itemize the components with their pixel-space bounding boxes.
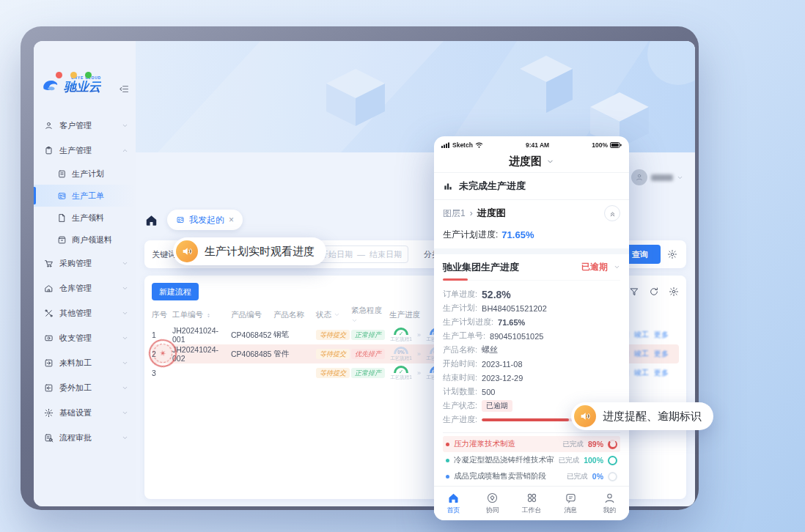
nav-workbench[interactable]: 工作台	[512, 487, 551, 520]
close-window-button[interactable]	[56, 72, 62, 78]
header-order-no[interactable]: 工单编号	[172, 310, 231, 320]
avatar	[631, 169, 647, 185]
chevron-down-icon	[122, 122, 128, 129]
nav-messages[interactable]: 消息	[551, 487, 590, 520]
refresh-icon[interactable]	[649, 287, 659, 297]
task-row[interactable]: 压力灌浆技术制造 已完成 89%	[443, 436, 620, 452]
workbench-grid-icon	[526, 492, 538, 504]
priority-badge: 正常排产	[351, 368, 385, 378]
nav-home[interactable]: 首页	[434, 487, 473, 520]
done-label: 已完成	[567, 472, 588, 481]
sort-icon[interactable]	[205, 312, 212, 319]
field-row: 产品名称: 螺丝	[443, 343, 620, 357]
chevron-up-icon	[122, 147, 128, 154]
double-chevron-up-icon	[609, 210, 617, 218]
action-link[interactable]: 更多	[654, 330, 669, 340]
nav-profile[interactable]: 我的	[590, 487, 629, 520]
box-icon	[57, 235, 67, 245]
sidebar-item-label: 生产计划	[72, 169, 104, 180]
sidebar-item-purchasing-mgmt[interactable]: 采购管理	[34, 251, 136, 276]
action-link[interactable]: 竣工	[634, 330, 649, 340]
chevron-down-icon[interactable]	[546, 158, 554, 166]
sidebar-collapse-icon[interactable]	[119, 84, 130, 95]
sidebar-item-label: 采购管理	[59, 258, 92, 269]
collapse-panel-button[interactable]	[604, 205, 620, 221]
sidebar-item-warehouse-mgmt[interactable]: 仓库管理	[34, 276, 136, 300]
header-status[interactable]: 状态	[316, 310, 351, 320]
bullet-dot	[446, 475, 449, 479]
filter-settings-button[interactable]	[666, 249, 679, 259]
card-title: 未完成生产进度	[459, 180, 526, 193]
order-progress-value: 52.8%	[482, 289, 511, 300]
document-icon	[57, 169, 67, 179]
chevron-down-icon	[122, 410, 128, 416]
action-link[interactable]: 竣工	[634, 368, 649, 378]
minimize-window-button[interactable]	[70, 72, 77, 78]
header-priority[interactable]: 紧急程度	[351, 306, 389, 325]
gauge-arrow-icon: »	[417, 350, 421, 358]
maximize-window-button[interactable]	[85, 72, 92, 78]
callout-text: 进度提醒、逾期标识	[603, 410, 702, 424]
cart-icon	[44, 259, 54, 268]
phone-page-title-bar: 进度图	[434, 150, 629, 173]
sidebar-item-material-requisition[interactable]: 生产领料	[34, 207, 136, 229]
sidebar-item-label: 基础设置	[59, 407, 92, 418]
banknote-icon	[44, 333, 54, 343]
sidebar-item-label: 生产工单	[72, 191, 104, 202]
tab-initiated-by-me[interactable]: 我发起的 ×	[167, 210, 243, 230]
sidebar-item-incoming-processing[interactable]: 来料加工	[34, 350, 136, 375]
plan-progress-row: 生产计划进度: 71.65%	[443, 229, 620, 241]
done-label: 已完成	[559, 456, 580, 465]
sidebar-item-production-plan[interactable]: 生产计划	[34, 163, 136, 185]
window-controls	[56, 72, 92, 78]
nav-collaboration[interactable]: 协同	[473, 487, 512, 520]
task-row[interactable]: 冷凝定型塑品浇铸纤维技术审验 已完成 100%	[443, 452, 620, 468]
sidebar-item-label: 其他管理	[59, 308, 92, 319]
status-badge: 等待提交	[316, 368, 350, 378]
username-redacted	[651, 174, 673, 181]
table-settings-gear-icon[interactable]	[669, 287, 679, 297]
progress-ring-icon	[608, 472, 617, 481]
field-row: 订单进度: 52.8%	[443, 287, 620, 301]
sidebar-item-workflow-approval[interactable]: 流程审批	[34, 425, 136, 450]
plan-progress-label: 生产计划进度:	[443, 229, 498, 241]
user-menu[interactable]	[631, 169, 683, 185]
home-tab-button[interactable]	[144, 213, 158, 227]
field-row: 结束时间: 2023-12-29	[443, 371, 620, 385]
cell-product-code: CP4068485	[231, 350, 273, 358]
gauge-arrow-icon: »	[417, 369, 421, 377]
action-link[interactable]: 竣工	[634, 349, 649, 359]
gauge-complete-icon: ✓	[394, 328, 408, 335]
sidebar-item-other-mgmt[interactable]: 其他管理	[34, 300, 136, 325]
sidebar-item-production-mgmt[interactable]: 生产管理	[34, 138, 136, 163]
action-link[interactable]: 更多	[654, 349, 669, 359]
chevron-down-icon	[122, 360, 128, 366]
task-row[interactable]: 成品完成喷釉售卖营销阶段 已完成 0%	[443, 468, 620, 484]
breadcrumb-separator: ›	[470, 208, 473, 218]
feature-callout-realtime-progress: 生产计划实时观看进度	[173, 237, 326, 265]
sidebar-item-outsourced-processing[interactable]: 委外加工	[34, 375, 136, 400]
priority-badge: 优先排产	[351, 349, 385, 359]
date-separator: —	[357, 250, 365, 259]
task-percent: 0%	[592, 472, 603, 481]
status-badge: 等待提交	[316, 330, 350, 340]
sidebar-item-merchant-returns[interactable]: 商户领退料	[34, 229, 136, 251]
filter-funnel-icon[interactable]	[629, 287, 639, 297]
start-date-value: 2023-11-08	[482, 360, 522, 369]
production-progress-bar	[482, 418, 576, 421]
field-row: 开始时间: 2023-11-08	[443, 357, 620, 371]
carrier-label: Sketch	[452, 141, 473, 149]
sidebar-item-production-order[interactable]: 生产工单	[34, 185, 136, 207]
chevron-down-icon[interactable]	[614, 264, 620, 270]
new-process-button[interactable]: 新建流程	[152, 283, 199, 300]
sidebar-item-customer-mgmt[interactable]: 客户管理	[34, 113, 136, 138]
chevron-down-icon	[122, 260, 128, 267]
sidebar-item-finance-mgmt[interactable]: 收支管理	[34, 325, 136, 350]
action-link[interactable]: 更多	[654, 368, 669, 378]
task-list: 压力灌浆技术制造 已完成 89% 冷凝定型塑品浇铸纤维技术审验 已完成 100%	[443, 432, 620, 484]
sidebar-item-basic-settings[interactable]: 基础设置	[34, 400, 136, 425]
section-header[interactable]: 驰业集团生产进度 已逾期	[443, 254, 620, 281]
gauge-arrow-icon: »	[417, 331, 421, 339]
close-tab-icon[interactable]: ×	[229, 215, 234, 225]
breadcrumb-parent[interactable]: 图层1	[443, 207, 466, 220]
